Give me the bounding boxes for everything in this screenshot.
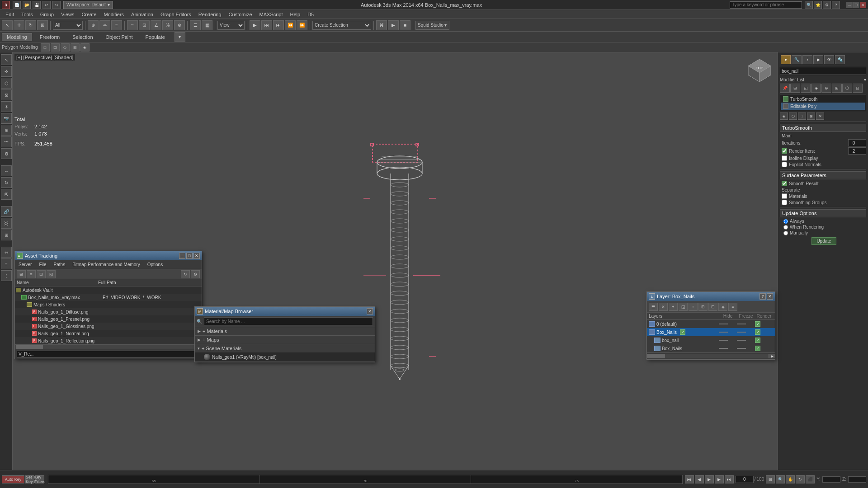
panel-modify-icon[interactable]: 🔧 [792,55,802,64]
mb-close-btn[interactable]: ✕ [367,308,373,314]
lp-horizontal-scrollbar[interactable]: ▶ [647,352,775,359]
settings-icon[interactable]: ⚙ [823,1,831,9]
redo-btn[interactable]: ↪ [52,1,61,9]
tab-object-paint[interactable]: Object Paint [101,33,138,41]
lp-scroll-thumb[interactable] [647,354,665,358]
menu-tools[interactable]: Tools [18,10,37,19]
menu-maxscript[interactable]: MAXScript [256,10,287,19]
ls-space-warp-btn[interactable]: 〜 [1,136,12,147]
current-frame-input[interactable] [736,476,754,483]
at-close-btn[interactable]: ✕ [193,253,200,259]
lp-row-boxnail-sub[interactable]: box_nail ✓ [647,336,775,344]
curve-btn[interactable]: ~ [127,20,138,30]
mod-tab-render[interactable]: ⬡ [842,84,852,93]
ls-mirror-btn[interactable]: ⇔ [1,247,12,258]
view-cube[interactable]: TOP [746,57,773,84]
materials-checkbox[interactable] [782,193,787,199]
mod-tab-deform[interactable]: ⊕ [821,84,831,93]
lp-tb-btn7[interactable]: ⊡ [708,303,717,311]
ls-geometry-btn[interactable]: ⬡ [1,78,12,89]
play-anim-btn[interactable]: ▶ [705,475,714,483]
at-tb-btn4[interactable]: ◱ [47,270,56,278]
view-selector[interactable]: View Screen World [217,21,245,30]
next-frame-btn2[interactable]: ▶ [715,475,724,483]
mod-panel-btn3[interactable]: ↕ [798,113,806,120]
tab-modeling[interactable]: Modeling [2,33,32,41]
ls-shape-btn[interactable]: ⊠ [1,89,12,100]
at-tb-settings-btn[interactable]: ⚙ [191,270,200,278]
percent-snap-btn[interactable]: % [162,20,173,30]
layer-btn[interactable]: ☰ [190,20,201,30]
squid-studio-selector[interactable]: Squid Studio ▾ [415,21,449,30]
ls-camera-btn[interactable]: 📷 [1,113,12,124]
mod-tab-param[interactable]: ⊡ [853,84,863,93]
when-rendering-radio[interactable] [783,225,788,230]
lp-row-boxnails2[interactable]: Box_Nails ✓ [647,344,775,352]
panel-motion-icon[interactable]: ▶ [813,55,823,64]
close-btn[interactable]: ✕ [860,2,866,8]
poly-btn-4[interactable]: ⊞ [71,43,80,52]
save-btn[interactable]: 💾 [33,1,41,9]
lp-tb-btn4[interactable]: ◱ [679,303,688,311]
at-tb-btn1[interactable]: ⊞ [17,270,26,278]
select-btn[interactable]: ↖ [2,20,13,30]
surface-params-title[interactable]: Surface Parameters [780,171,866,179]
manually-radio[interactable] [783,231,788,235]
angle-snap-btn[interactable]: ∠ [151,20,161,30]
menu-group[interactable]: Group [37,10,58,19]
mb-materials-header[interactable]: ▶ + Materials [195,327,375,335]
z-input[interactable] [848,476,866,483]
mod-panel-btn4[interactable]: ⊞ [807,113,815,120]
poly-btn-5[interactable]: ◈ [80,43,90,52]
render-iters-input[interactable] [848,147,866,155]
search-icon[interactable]: 🔍 [805,1,813,9]
key-filter-btn[interactable]: Key Filters [35,475,44,483]
timeline[interactable]: 65 70 75 [48,475,683,484]
mod-panel-btn1[interactable]: ◈ [780,113,788,120]
tab-selection[interactable]: Selection [67,33,98,41]
at-maps-row[interactable]: Maps / Shaders [15,301,202,308]
panel-utility-icon[interactable]: 🔩 [835,55,845,64]
zoom-btn[interactable]: 🔍 [776,475,785,483]
ls-unlink-btn[interactable]: ⛓ [1,218,12,229]
star-icon[interactable]: ⭐ [814,1,822,9]
at-diffuse-row[interactable]: P Nails_geo_1_Diffuse.png [15,308,202,315]
ls-rotate-btn[interactable]: ↻ [1,177,12,188]
at-glossines-row[interactable]: P Nails_geo_1_Glossines.png [15,323,202,330]
pan-btn[interactable]: ✋ [786,475,795,483]
update-options-title[interactable]: Update Options [780,209,866,217]
ls-hierarchy-btn[interactable]: ⋮ [1,270,12,281]
open-btn[interactable]: 📂 [23,1,31,9]
turbosm-section-title[interactable]: TurboSmooth [780,124,866,132]
snap-btn[interactable]: ⊡ [139,20,150,30]
y-input[interactable] [822,476,840,483]
poly-btn-3[interactable]: ◇ [61,43,70,52]
always-radio[interactable] [783,219,788,224]
tab-freeform[interactable]: Freeform [35,33,65,41]
object-name-input[interactable] [780,67,866,75]
minimize-btn[interactable]: ─ [846,2,853,8]
undo-btn[interactable]: ↩ [42,1,51,9]
at-menu-file[interactable]: File [37,261,48,269]
menu-modifiers[interactable]: Modifiers [100,10,127,19]
ls-link-btn[interactable]: 🔗 [1,206,12,217]
lp-help-btn[interactable]: ? [760,293,766,300]
at-menu-server[interactable]: Server [17,261,33,269]
at-tb-btn2[interactable]: ≡ [27,270,36,278]
key-filters-btn[interactable]: ⌘ [376,20,387,30]
ls-align-btn[interactable]: ≡ [1,258,12,269]
stop-btn[interactable]: ■ [400,20,410,30]
set-key-btn[interactable]: Set Key [25,475,34,483]
mod-tab-anim[interactable]: ◈ [811,84,821,93]
iterations-input[interactable] [848,139,866,146]
go-end-btn2[interactable]: ⏭ [725,475,734,483]
menu-views[interactable]: Views [57,10,78,19]
menu-customize[interactable]: Customize [225,10,256,19]
mb-scene-item[interactable]: Nails_geo1 (VRayMtl) [box_nail] [195,352,375,361]
ls-bind-btn[interactable]: ⊞ [1,230,12,240]
at-scroll-thumb[interactable] [16,345,43,349]
poly-btn-2[interactable]: ⊡ [51,43,60,52]
go-start-btn[interactable]: ⏪ [285,20,296,30]
lp-tb-delete-btn[interactable]: ✕ [659,303,668,311]
help-icon[interactable]: ? [832,1,840,9]
